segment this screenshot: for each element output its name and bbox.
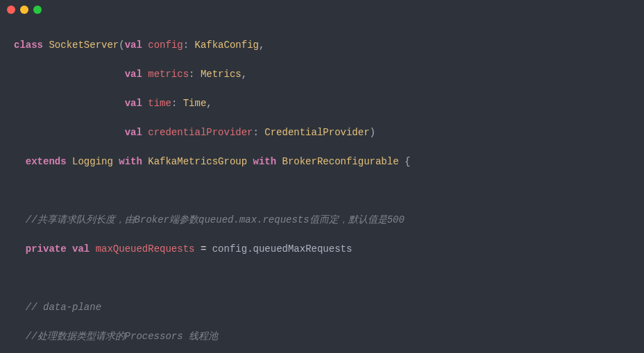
type: Time bbox=[183, 98, 207, 109]
keyword: val bbox=[125, 127, 142, 138]
code-line: extends Logging with KafkaMetricsGroup w… bbox=[14, 155, 630, 169]
code-line: class SocketServer(val config: KafkaConf… bbox=[14, 38, 630, 53]
comment: //处理数据类型请求的Processors 线程池 bbox=[26, 331, 218, 342]
type: KafkaConfig bbox=[195, 40, 259, 51]
identifier: credentialProvider bbox=[148, 127, 253, 138]
keyword: val bbox=[72, 243, 90, 255]
comment: //共享请求队列长度，由Broker端参数queued.max.requests… bbox=[26, 214, 405, 225]
identifier: maxQueuedRequests bbox=[96, 243, 195, 255]
keyword: with bbox=[253, 156, 277, 167]
type: CredentialProvider bbox=[264, 127, 369, 138]
type: BrokerReconfigurable bbox=[282, 156, 399, 167]
code-line: val credentialProvider: CredentialProvid… bbox=[14, 126, 630, 140]
identifier: time bbox=[148, 98, 171, 109]
class-name: SocketServer bbox=[49, 40, 119, 51]
colon: : bbox=[189, 69, 194, 80]
code-line: //共享请求队列长度，由Broker端参数queued.max.requests… bbox=[14, 213, 630, 227]
code-line: private val maxQueuedRequests = config.q… bbox=[14, 242, 630, 257]
bracket: ) bbox=[370, 127, 375, 138]
keyword: extends bbox=[26, 156, 67, 167]
keyword: val bbox=[125, 69, 142, 80]
comma: , bbox=[259, 40, 264, 51]
colon: : bbox=[183, 40, 189, 51]
bracket: { bbox=[405, 156, 410, 167]
identifier: metrics bbox=[148, 69, 189, 80]
keyword: with bbox=[119, 156, 142, 167]
bracket: ( bbox=[119, 40, 124, 51]
comment: // data-plane bbox=[26, 302, 101, 313]
keyword: private bbox=[26, 243, 67, 255]
operator: = bbox=[201, 243, 206, 255]
identifier: config bbox=[148, 40, 183, 51]
code-area[interactable]: class SocketServer(val config: KafkaConf… bbox=[0, 19, 644, 353]
code-line: val time: Time, bbox=[14, 96, 630, 111]
code-line: //处理数据类型请求的Processors 线程池 bbox=[14, 329, 630, 344]
keyword: class bbox=[14, 40, 43, 51]
comma: , bbox=[206, 98, 212, 109]
keyword: val bbox=[125, 40, 142, 51]
dot: . bbox=[247, 243, 253, 255]
colon: : bbox=[253, 127, 259, 138]
identifier: config bbox=[212, 243, 247, 255]
comma: , bbox=[242, 69, 247, 80]
code-line bbox=[14, 271, 630, 286]
colon: : bbox=[171, 98, 177, 109]
type: Logging bbox=[72, 156, 113, 167]
maximize-icon[interactable] bbox=[33, 6, 42, 14]
close-icon[interactable] bbox=[7, 6, 15, 14]
keyword: val bbox=[125, 98, 142, 109]
type: Metrics bbox=[201, 69, 242, 80]
minimize-icon[interactable] bbox=[20, 6, 28, 14]
code-window: class SocketServer(val config: KafkaConf… bbox=[0, 0, 644, 353]
code-line: val metrics: Metrics, bbox=[14, 67, 630, 82]
code-line bbox=[14, 184, 630, 198]
code-line: // data-plane bbox=[14, 300, 630, 315]
type: KafkaMetricsGroup bbox=[148, 156, 247, 167]
identifier: queuedMaxRequests bbox=[253, 243, 353, 255]
window-titlebar bbox=[0, 0, 644, 19]
